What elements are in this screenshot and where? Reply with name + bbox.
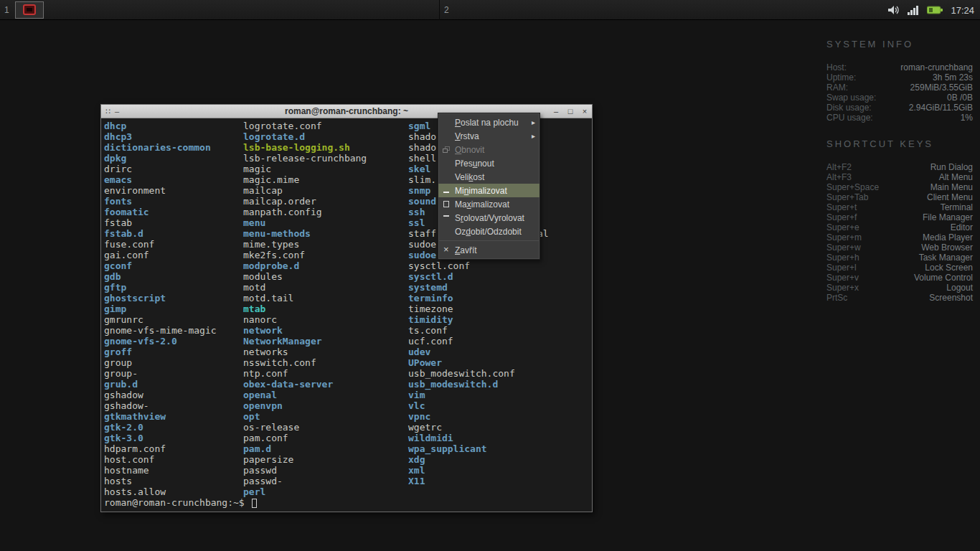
shortcut-keys-header: SHORTCUT KEYS [826, 138, 973, 149]
file-entry: lsb-release-crunchbang [243, 153, 367, 164]
file-entry: udev [408, 347, 549, 357]
file-entry: host.conf [104, 454, 217, 465]
conky-label: Super+m [826, 232, 862, 242]
file-entry: grub.d [104, 379, 217, 390]
shortcut-keys-rows: Alt+F2Run DialogAlt+F3Alt MenuSuper+Spac… [826, 162, 973, 303]
submenu-arrow-icon: ▸ [532, 132, 535, 140]
file-entry: mke2fs.conf [243, 250, 367, 260]
battery-icon[interactable] [927, 5, 943, 15]
file-entry: vpnc [408, 411, 549, 422]
menu-item-label: Vrstva [455, 131, 529, 141]
conky-value: Lock Screen [925, 263, 973, 273]
file-entry: ucf.conf [408, 336, 549, 347]
network-signal-icon[interactable] [908, 5, 920, 15]
minimize-button[interactable]: – [552, 107, 560, 116]
file-entry: usb_modeswitch.d [408, 379, 549, 390]
menu-item-label: Maximalizovat [455, 199, 535, 209]
file-entry: hdparm.conf [104, 443, 217, 454]
menu-item-label: Minimalizovat [455, 186, 535, 196]
restore-icon [443, 146, 451, 154]
menu-item-maximalizovat[interactable]: Maximalizovat [438, 197, 540, 211]
menu-item-label: Poslat na plochu [455, 118, 529, 128]
file-entry: groff [104, 347, 217, 357]
menu-item-minimalizovat[interactable]: Minimalizovat [438, 184, 540, 197]
file-entry: gdb [104, 271, 217, 282]
conky-label: Uptime: [826, 72, 856, 83]
menu-item-obnovit[interactable]: Obnovit [438, 143, 540, 156]
conky-row: Alt+F2Run Dialog [826, 162, 973, 172]
menu-item-srolovat-vyrolovat[interactable]: Srolovat/Vyrolovat [438, 211, 540, 225]
conky-label: Super+x [826, 283, 859, 293]
workspace-2-label[interactable]: 2 [439, 0, 453, 20]
file-entry: gshadow [104, 390, 217, 400]
conky-label: Super+e [826, 222, 859, 232]
menu-item-label: Přesunout [455, 159, 535, 169]
file-entry: ntp.conf [243, 368, 367, 379]
menu-item-label: Velikost [455, 172, 535, 182]
conky-label: Super+Tab [826, 192, 868, 202]
conky-label: Alt+F2 [826, 162, 852, 172]
file-entry: passwd- [243, 476, 367, 486]
menu-item-label: Srolovat/Vyrolovat [455, 213, 535, 223]
conky-value: Screenshot [929, 293, 973, 303]
conky-value: Volume Control [914, 273, 973, 283]
volume-icon[interactable] [887, 4, 900, 16]
menu-item-ozdobit-odzdobit[interactable]: Ozdobit/Odzdobit [438, 225, 540, 238]
conky-label: CPU usage: [826, 113, 873, 123]
file-entry: vim [408, 390, 549, 400]
file-entry: networks [243, 347, 367, 357]
file-entry: systemd [408, 282, 549, 293]
menu-item-label: Obnovit [455, 145, 535, 155]
file-entry: fuse.conf [104, 239, 217, 250]
conky-label: Super+l [826, 263, 857, 273]
workspace-1-label[interactable]: 1 [0, 5, 14, 15]
clock: 17:24 [951, 5, 974, 16]
conky-value: Main Menu [930, 182, 973, 192]
conky-label: Super+t [826, 202, 857, 212]
conky-row: Super+hTask Manager [826, 253, 973, 263]
file-entry: passwd [243, 465, 367, 476]
file-entry: wildmidi [408, 433, 549, 443]
file-entry: mtab [243, 303, 367, 314]
shell-prompt: roman@roman-crunchbang:~$ [104, 497, 257, 508]
close-button[interactable]: × [580, 107, 589, 116]
menu-item-zavrit[interactable]: Zavřít [438, 243, 540, 257]
conky-value: Task Manager [919, 253, 973, 263]
menu-item-label: Zavřít [455, 245, 535, 255]
file-entry: drirc [104, 164, 217, 174]
conky-label: Super+f [826, 212, 857, 222]
file-entry: magic [243, 164, 367, 174]
conky-value: Alt Menu [939, 172, 973, 182]
file-entry: foomatic [104, 207, 217, 217]
file-entry: fonts [104, 196, 217, 207]
conky-label: Super+v [826, 273, 859, 283]
conky-row: Disk usage:2.94GiB/11.5GiB [826, 103, 973, 113]
conky-label: Alt+F3 [826, 172, 852, 182]
system-info-header: SYSTEM INFO [826, 39, 973, 50]
conky-value: 2.94GiB/11.5GiB [909, 103, 973, 113]
menu-item-presunout[interactable]: Přesunout [438, 156, 540, 170]
file-entry: sysctl.conf [408, 260, 549, 271]
conky-value: Terminal [941, 202, 973, 212]
file-entry: ghostscript [104, 293, 217, 303]
menu-item-poslat-na-plochu[interactable]: Poslat na plochu▸ [438, 116, 540, 129]
conky-value: Logout [946, 283, 973, 293]
file-entry: gconf [104, 260, 217, 271]
conky-row: RAM:259MiB/3.55GiB [826, 83, 973, 93]
file-entry: magic.mime [243, 174, 367, 185]
file-entry: pam.d [243, 443, 367, 454]
file-entry: terminfo [408, 293, 549, 303]
maximize-icon [443, 200, 451, 208]
file-entry: gnome-vfs-mime-magic [104, 325, 217, 336]
maximize-button[interactable]: □ [566, 107, 575, 116]
menu-item-label: Ozdobit/Odzdobit [455, 227, 535, 237]
conky-value: File Manager [923, 212, 973, 222]
file-entry: timidity [408, 314, 549, 325]
file-entry: opt [243, 411, 367, 422]
file-entry: hosts [104, 476, 217, 486]
menu-item-velikost[interactable]: Velikost [438, 170, 540, 184]
task-button-terminal[interactable] [15, 1, 44, 19]
file-entry: dhcp3 [104, 131, 217, 142]
conky-label: Super+w [826, 242, 861, 253]
menu-item-vrstva[interactable]: Vrstva▸ [438, 129, 540, 143]
